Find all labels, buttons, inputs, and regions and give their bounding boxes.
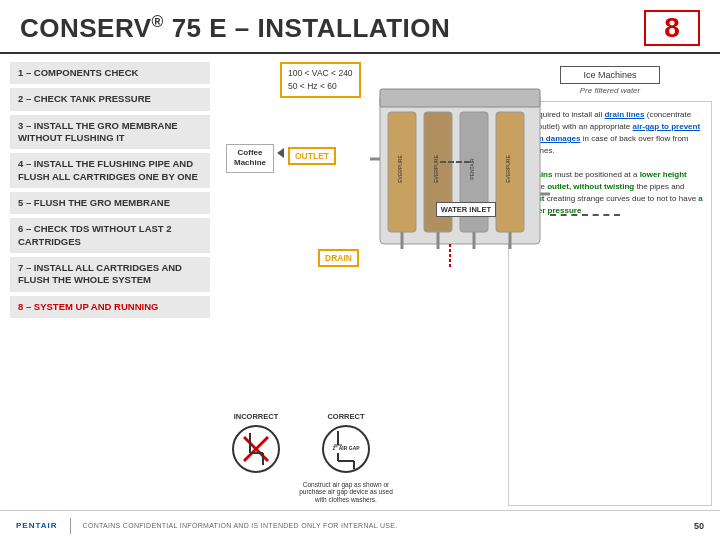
ice-machines-box: Ice Machines: [560, 66, 660, 84]
page-footer: PENTAIR CONTAINS CONFIDENTIAL INFORMATIO…: [0, 510, 720, 540]
step-item-4: 4 – INSTALL THE FLUSHING PIPE AND FLUSH …: [10, 153, 210, 188]
voltage-spec-box: 100 < VAC < 240 50 < Hz < 60: [280, 62, 361, 98]
water-inlet-label: WATER INLET: [436, 202, 496, 217]
air-gap-diagrams: INCORRECT CORRECT: [230, 412, 396, 504]
drain-label: DRAIN: [318, 249, 359, 267]
svg-text:EVERPURE: EVERPURE: [433, 155, 439, 183]
step-item-1: 1 – COMPONENTS CHECK: [10, 62, 210, 84]
page-header: CONSERV® 75 E – INSTALLATION 8: [0, 0, 720, 54]
outlet-arrow: [277, 144, 284, 162]
air-gap-caption: Construct air gap as shown or purchase a…: [296, 481, 396, 504]
step-item-7: 7 – INSTALL ALL CARTRIDGES AND FLUSH THE…: [10, 257, 210, 292]
diagram-area: 100 < VAC < 240 50 < Hz < 60 CoffeeMachi…: [220, 54, 500, 514]
step-item-3: 3 – INSTALL THE GRO MEMBRANE WITHOUT FLU…: [10, 115, 210, 150]
incorrect-diagram: INCORRECT: [230, 412, 282, 479]
page-title: CONSERV® 75 E – INSTALLATION: [20, 13, 450, 44]
coffee-machine-label: CoffeeMachine: [226, 144, 274, 173]
footer-divider: [70, 518, 71, 534]
step-item-6: 6 – CHECK TDS WITHOUT LAST 2 CARTRIDGES: [10, 218, 210, 253]
slide-number-badge: 8: [644, 10, 700, 46]
svg-text:EVERPURE: EVERPURE: [505, 155, 511, 183]
svg-text:2" AIR GAP: 2" AIR GAP: [332, 445, 360, 451]
outlet-label: OUTLET: [288, 147, 336, 165]
step-item-2: 2 – CHECK TANK PRESSURE: [10, 88, 210, 110]
confidential-notice: CONTAINS CONFIDENTIAL INFORMATION AND IS…: [83, 522, 398, 529]
water-inlet-line: [550, 214, 620, 216]
svg-rect-1: [380, 89, 540, 107]
brand-name: PENTAIR: [16, 521, 58, 530]
machine-diagram: EVERPURE EVERPURE PENTAIR EVERPURE: [370, 64, 550, 284]
ice-machine-line-h: [440, 161, 470, 163]
main-content: 1 – COMPONENTS CHECK2 – CHECK TANK PRESS…: [0, 54, 720, 514]
svg-text:EVERPURE: EVERPURE: [397, 155, 403, 183]
correct-diagram: CORRECT 2" AIR GAP Construct air gap as …: [296, 412, 396, 504]
step-item-5: 5 – FLUSH THE GRO MEMBRANE: [10, 192, 210, 214]
steps-sidebar: 1 – COMPONENTS CHECK2 – CHECK TANK PRESS…: [0, 54, 220, 514]
page-number: 50: [694, 521, 704, 531]
step-item-8: 8 – SYSTEM UP AND RUNNING: [10, 296, 210, 318]
